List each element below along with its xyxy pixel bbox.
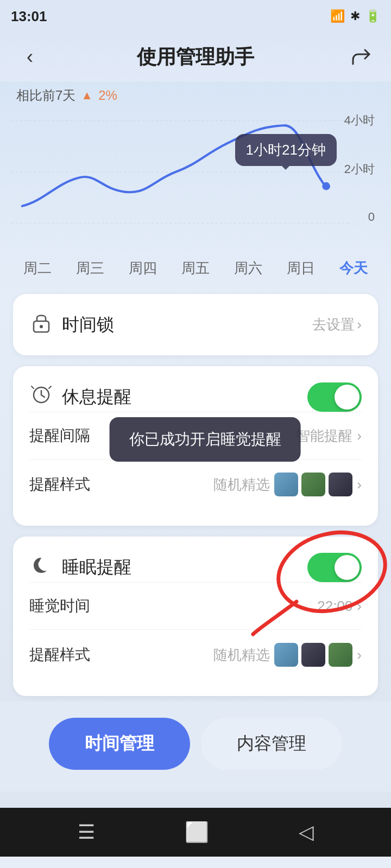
battery-icon: 🔋 [365,9,380,23]
rest-interval-chevron-icon: › [357,427,362,444]
chart-label-4h: 4小时 [344,112,375,129]
stats-percent: 2% [98,88,117,103]
signal-icon: 📶 [330,9,345,23]
stats-label: 相比前7天 [16,87,75,104]
time-lock-icon [29,310,53,339]
sleep-style-value: 随机精选 › [213,643,362,667]
share-button[interactable] [348,43,375,71]
sleep-thumb-1 [274,643,298,667]
day-label-today: 今天 [339,259,368,278]
sleep-style-thumbs [274,643,352,667]
time-lock-chevron-icon: › [357,316,362,333]
sleep-time-chevron-icon: › [357,598,362,615]
rest-style-label: 提醒样式 [29,474,90,495]
sleep-style-chevron-icon: › [357,647,362,663]
bottom-nav: ☰ ⬜ ◁ [0,808,391,857]
rest-thumb-1 [274,473,298,496]
stats-row: 相比前7天 ▲ 2% [0,81,391,107]
sleep-reminder-toggle-knob [335,555,360,580]
rest-reminder-title: 休息提醒 [62,385,131,409]
bottom-buttons: 时间管理 内容管理 [0,701,391,792]
sleep-time-row[interactable]: 睡觉时间 22:00 › [29,582,362,629]
sleep-time-label: 睡觉时间 [29,596,90,616]
sleep-reminder-header: 睡眠提醒 [29,553,362,582]
sleep-reminder-title: 睡眠提醒 [62,556,131,579]
rest-reminder-toggle[interactable] [307,382,362,412]
chart-label-2h: 2小时 [344,161,375,177]
chart-tooltip-text: 1小时21分钟 [246,142,326,158]
rest-reminder-header: 休息提醒 [29,382,362,412]
toast-notification: 你已成功开启睡觉提醒 [110,417,301,462]
sleep-reminder-card: 睡眠提醒 睡觉时间 22:00 › 提醒样式 随机精选 [13,537,378,696]
content-management-button[interactable]: 内容管理 [201,718,342,770]
time-management-button[interactable]: 时间管理 [49,718,190,770]
status-icons: 📶 ✱ 🔋 [330,9,380,23]
rest-reminder-title-group: 休息提醒 [29,383,131,412]
chart-label-0: 0 [344,210,375,224]
sleep-reminder-toggle[interactable] [307,553,362,582]
page-title: 使用管理助手 [137,44,254,71]
time-lock-action-text: 去设置 [312,315,355,334]
rest-thumb-3 [329,473,352,496]
sleep-time-value-text: 22:00 [317,598,352,615]
cards-section: 时间锁 去设置 › 休 [0,289,391,701]
day-label-2: 周四 [129,259,157,278]
time-lock-action[interactable]: 去设置 › [312,315,362,334]
sleep-style-text: 随机精选 [213,646,270,665]
time-lock-title-group: 时间锁 [29,310,114,339]
time-lock-title: 时间锁 [62,313,114,337]
chart-svg [11,107,380,237]
home-icon[interactable]: ⬜ [185,821,209,844]
svg-point-3 [322,182,330,190]
day-label-0: 周二 [23,259,52,278]
day-labels: 周二 周三 周四 周五 周六 周日 今天 [0,259,391,289]
day-label-4: 周六 [234,259,262,278]
sleep-card-wrapper: 睡眠提醒 睡觉时间 22:00 › 提醒样式 随机精选 [13,537,378,696]
svg-point-5 [40,325,43,328]
bluetooth-icon: ✱ [350,9,360,23]
rest-style-thumbs [274,473,352,496]
top-bar: ‹ 使用管理助手 [0,33,391,81]
chart-y-labels: 4小时 2小时 0 [344,112,375,224]
day-label-3: 周五 [181,259,210,278]
sleep-thumb-3 [329,643,352,667]
time-lock-card: 时间锁 去设置 › [13,294,378,355]
sleep-reminder-title-group: 睡眠提醒 [29,553,131,582]
rest-style-value: 随机精选 › [213,473,362,496]
rest-interval-label: 提醒间隔 [29,425,90,446]
time-lock-header: 时间锁 去设置 › [29,310,362,339]
chart-tooltip: 1小时21分钟 [235,134,337,166]
rest-style-row[interactable]: 提醒样式 随机精选 › [29,459,362,509]
day-label-5: 周日 [287,259,315,278]
sleep-style-label: 提醒样式 [29,644,90,665]
sleep-reminder-icon [29,553,53,582]
chart-container: 4小时 2小时 0 1小时21分钟 [0,107,391,259]
back-nav-icon[interactable]: ◁ [299,821,314,844]
rest-style-chevron-icon: › [357,476,362,493]
menu-icon[interactable]: ☰ [78,821,95,844]
share-icon [350,46,373,68]
rest-interval-value: 智能提醒 › [296,426,362,445]
status-time: 13:01 [11,8,47,25]
back-chevron-icon: ‹ [27,46,33,68]
rest-reminder-card: 休息提醒 你已成功开启睡觉提醒 提醒间隔 智能提醒 › [13,366,378,526]
sleep-thumb-2 [301,643,325,667]
rest-interval-value-text: 智能提醒 [296,426,352,445]
sleep-style-row[interactable]: 提醒样式 随机精选 › [29,629,362,680]
rest-style-text: 随机精选 [213,475,270,494]
status-bar: 13:01 📶 ✱ 🔋 [0,0,391,33]
rest-thumb-2 [301,473,325,496]
back-button[interactable]: ‹ [16,43,43,71]
rest-reminder-toggle-knob [335,385,360,410]
toast-text: 你已成功开启睡觉提醒 [129,431,281,448]
stats-arrow-icon: ▲ [81,88,93,103]
day-label-1: 周三 [76,259,104,278]
main-content: 相比前7天 ▲ 2% 4小时 2小时 0 1小时21分钟 周二 周三 周四 周五 [0,81,391,808]
sleep-time-value: 22:00 › [317,598,362,615]
rest-reminder-icon [29,383,53,412]
